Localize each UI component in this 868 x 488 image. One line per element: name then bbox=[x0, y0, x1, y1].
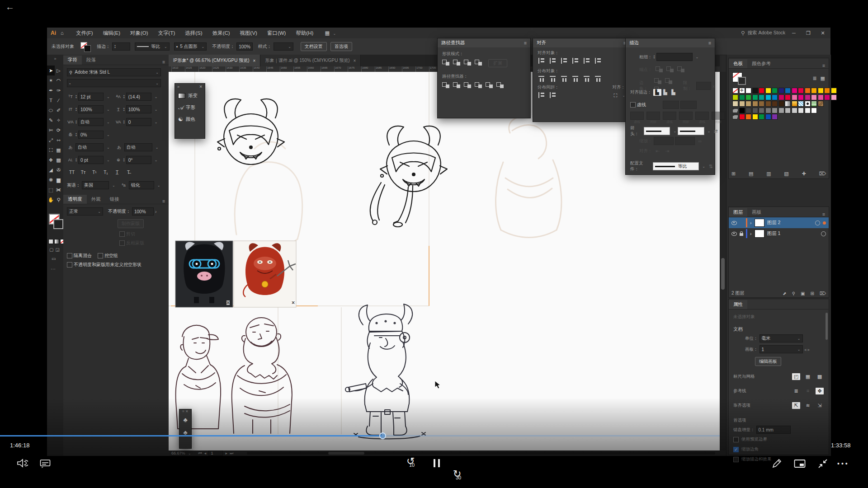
swatch-libraries-icon[interactable]: ⊞ bbox=[731, 171, 736, 177]
align-stroke-center-icon[interactable]: ▙ bbox=[653, 89, 661, 96]
antialias-dropdown[interactable]: 锐化 bbox=[129, 181, 154, 189]
artboard-dropdown[interactable]: 1⌄ bbox=[760, 345, 803, 353]
tab-paragraph[interactable]: 段落 bbox=[82, 56, 100, 65]
horizontal-scale-field[interactable]: 100% bbox=[126, 105, 151, 113]
case-button-2[interactable]: T¹ bbox=[90, 169, 99, 176]
swatch-pat-blue[interactable] bbox=[798, 101, 804, 107]
swatch-folder[interactable] bbox=[732, 114, 738, 120]
kerning-field[interactable]: 自动 bbox=[78, 118, 104, 126]
align-stroke-inside-icon[interactable]: ▙ bbox=[661, 89, 670, 96]
delete-layer-icon[interactable]: ⌦ bbox=[820, 291, 826, 296]
tab-appearance[interactable]: 外观 bbox=[87, 195, 105, 204]
character-panel-menu-icon[interactable]: ≡ bbox=[162, 59, 169, 65]
home-icon[interactable]: ⌂ bbox=[61, 30, 64, 36]
font-family-field[interactable]: ⚲Adobe 宋体 Std L⌄ bbox=[67, 68, 161, 76]
case-button-5[interactable]: T̶ bbox=[123, 169, 133, 176]
swatch-kinds-icon[interactable]: ▥ bbox=[766, 171, 771, 177]
next-artboard-nav-icon[interactable]: ▸ bbox=[225, 451, 227, 455]
tool-icon-11[interactable]: ✧ bbox=[55, 115, 62, 125]
knockout-group-checkbox[interactable] bbox=[98, 253, 103, 258]
tool-icon-1[interactable]: ▷ bbox=[55, 66, 62, 75]
pathfinder-menu-ic[interactable]: ≡ bbox=[524, 40, 527, 46]
tool-icon-22[interactable]: ❋ bbox=[47, 175, 55, 185]
dashed-line-checkbox[interactable] bbox=[630, 102, 636, 108]
menu-item-1[interactable]: 编辑(E) bbox=[98, 30, 125, 37]
tool-icon-15[interactable]: ⇿ bbox=[55, 135, 62, 145]
tool-icon-27[interactable]: ⚲ bbox=[55, 195, 62, 205]
layer-thumbnail[interactable] bbox=[755, 230, 764, 238]
layer-row-1[interactable]: ›图层 2 bbox=[729, 217, 829, 228]
swatch[interactable] bbox=[798, 108, 804, 113]
menu-item-3[interactable]: 文字(T) bbox=[153, 30, 180, 37]
pause-button[interactable] bbox=[432, 459, 441, 467]
tool-icon-20[interactable]: ◢ bbox=[47, 165, 55, 175]
notes-button[interactable] bbox=[771, 458, 782, 469]
swatch[interactable] bbox=[745, 101, 751, 107]
toolbar-collapse-icon[interactable]: » bbox=[47, 55, 63, 61]
tool-icon-19[interactable]: ▩ bbox=[55, 155, 62, 165]
swatch[interactable] bbox=[824, 94, 830, 100]
swatch[interactable] bbox=[752, 94, 758, 100]
align-horizontal-align-left-icon[interactable] bbox=[538, 58, 545, 64]
tool-icon-24[interactable]: ⬚ bbox=[47, 185, 55, 195]
tool-icon-18[interactable]: ❖ bbox=[47, 155, 55, 165]
window-minimize-button[interactable]: ─ bbox=[788, 30, 800, 36]
width-profile-dropdown[interactable]: 等比⌄ bbox=[135, 42, 170, 51]
swatch[interactable] bbox=[745, 114, 751, 120]
baseline-shift-field[interactable]: 0 pt bbox=[78, 156, 104, 164]
swatch[interactable] bbox=[824, 88, 830, 94]
tool-icon-17[interactable]: ▦ bbox=[55, 145, 62, 155]
swatch[interactable] bbox=[778, 94, 784, 100]
swatch-pat-dot[interactable] bbox=[805, 101, 811, 107]
menu-item-8[interactable]: 帮助(H) bbox=[291, 30, 318, 37]
visibility-icon[interactable] bbox=[731, 232, 737, 236]
align-to-selection-icon[interactable]: ⛶ bbox=[611, 92, 619, 99]
align-horizontal-align-right-icon[interactable] bbox=[561, 58, 567, 64]
layer-target-icon[interactable] bbox=[815, 221, 820, 225]
smart-guides-icon[interactable]: ✥ bbox=[816, 388, 824, 394]
tab-layers[interactable]: 图层 bbox=[729, 208, 747, 217]
search-icon[interactable]: ⚲ bbox=[741, 30, 745, 36]
swatch[interactable] bbox=[805, 94, 811, 100]
tool-icon-9[interactable]: ✐ bbox=[55, 105, 62, 115]
blend-mode-dropdown[interactable]: 正常⌄ bbox=[67, 207, 103, 216]
current-swatch[interactable] bbox=[732, 72, 746, 84]
forward-30-button[interactable]: ↻ 30 bbox=[452, 470, 466, 483]
swatch[interactable] bbox=[831, 88, 837, 94]
swatch[interactable] bbox=[759, 101, 764, 107]
swatch[interactable] bbox=[792, 94, 797, 100]
swatch-none[interactable] bbox=[732, 88, 738, 94]
pathfinder-minus-front-icon[interactable] bbox=[453, 60, 460, 66]
swatch-themes-icon[interactable]: ▤ bbox=[749, 171, 753, 177]
snap-grid-icon[interactable]: ⇱ bbox=[792, 402, 800, 409]
pathfinder-merge-icon[interactable] bbox=[464, 82, 471, 88]
thumbnail-close-button[interactable]: × bbox=[226, 300, 230, 305]
swatch[interactable] bbox=[752, 108, 758, 113]
swatch[interactable] bbox=[765, 108, 771, 113]
window-maximize-button[interactable]: ❐ bbox=[802, 30, 814, 36]
floating-tool-chip[interactable]: ≡ ✕ ♣ ♣ bbox=[179, 409, 192, 449]
make-mask-icon[interactable]: ▣ bbox=[801, 291, 805, 296]
menu-item-0[interactable]: 文件(F) bbox=[71, 30, 98, 37]
gradient-panel-button[interactable]: 渐变 bbox=[175, 90, 205, 102]
lock-icon[interactable] bbox=[740, 233, 743, 236]
pref-checkbox-2[interactable] bbox=[733, 457, 739, 462]
snap-pixel-icon[interactable]: ≋ bbox=[804, 402, 812, 409]
menu-item-4[interactable]: 选择(S) bbox=[180, 30, 207, 37]
pathfinder-trim-icon[interactable] bbox=[453, 82, 460, 88]
tool-icon-5[interactable]: ✑ bbox=[55, 85, 62, 95]
align-horizontal-distribute-left-icon[interactable] bbox=[572, 75, 578, 82]
next-artboard-icon[interactable]: ▸ bbox=[808, 347, 810, 352]
swatch[interactable] bbox=[759, 88, 764, 94]
tool-icon-7[interactable]: ∕ bbox=[55, 95, 62, 105]
swatch[interactable] bbox=[765, 94, 771, 100]
swatch[interactable] bbox=[805, 108, 811, 113]
color-panel-button[interactable]: ☯ 颜色 bbox=[175, 113, 205, 125]
stock-search-label[interactable]: 搜索 Adobe Stock bbox=[748, 30, 785, 36]
first-artboard-icon[interactable]: ⏮ bbox=[198, 451, 202, 456]
swatch[interactable] bbox=[798, 94, 804, 100]
stroke-menu-icon[interactable]: ≡ bbox=[708, 40, 711, 46]
pathfinder-crop-icon[interactable] bbox=[475, 82, 482, 88]
tool-icon-0[interactable]: ➤ bbox=[47, 66, 55, 75]
swatch[interactable] bbox=[765, 101, 771, 107]
